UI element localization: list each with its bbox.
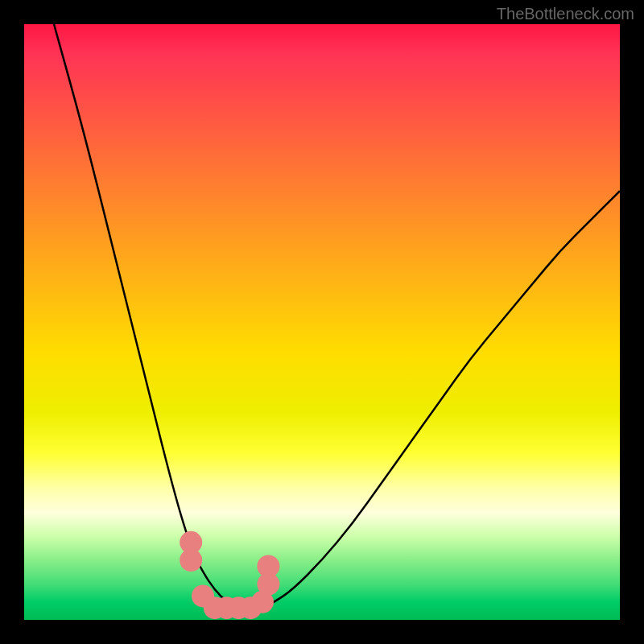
data-point-markers [180,531,279,619]
bottleneck-chart [24,24,620,620]
watermark-text: TheBottleneck.com [497,5,634,23]
data-point-marker [257,555,279,577]
bottleneck-curve-line [54,24,620,608]
data-point-marker [180,549,202,572]
